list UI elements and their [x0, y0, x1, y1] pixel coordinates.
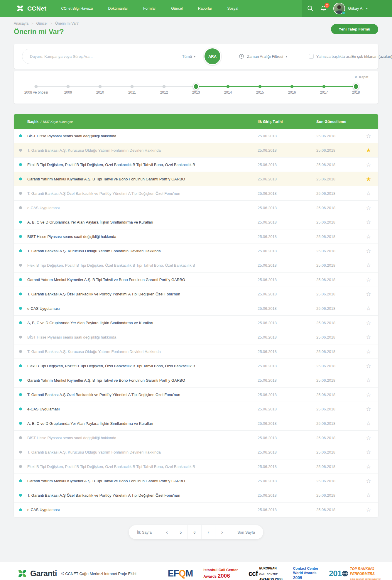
- timeline-dot-2018[interactable]: [353, 83, 359, 90]
- timeline-year-label-2012[interactable]: 2012: [160, 90, 168, 94]
- timeline-dot-2016[interactable]: [290, 85, 294, 88]
- nav-item-ccnet-bilgi-havuzu[interactable]: CCnet Bilgi Havuzu: [53, 6, 100, 11]
- timeline-dot-2009[interactable]: [67, 85, 70, 88]
- pagination-next-button[interactable]: ›: [215, 525, 229, 539]
- table-row[interactable]: A, B, C ve D Gruplarında Yer Alan Paylar…: [14, 416, 378, 431]
- favorite-star-icon[interactable]: ☆: [362, 320, 375, 326]
- breadcrumb-anasayfa[interactable]: Anasayfa: [14, 21, 28, 26]
- timeline-dot-2012[interactable]: [163, 85, 166, 88]
- favorite-star-icon[interactable]: ☆: [362, 133, 375, 139]
- table-row[interactable]: T. Garanti Bankası A.Ş. Kurucusu Olduğu …: [14, 143, 378, 158]
- timeline-year-label-2015[interactable]: 2015: [256, 90, 264, 94]
- table-row[interactable]: A, B, C ve D Gruplarında Yer Alan Paylar…: [14, 316, 378, 330]
- new-request-form-button[interactable]: Yeni Talep Formu: [331, 24, 378, 34]
- time-range-filter[interactable]: Zaman Aralığı Filtresi ▾: [239, 53, 287, 59]
- avatar[interactable]: [333, 3, 345, 14]
- favorite-star-icon[interactable]: ★: [362, 176, 375, 182]
- table-row[interactable]: e-CAS Uygulaması25.06.201825.06.2018☆: [14, 402, 378, 416]
- favorite-star-icon[interactable]: ☆: [362, 363, 375, 369]
- timeline-dot-2017[interactable]: [322, 85, 326, 88]
- timeline-year-label-2017[interactable]: 2017: [320, 90, 328, 94]
- table-row[interactable]: Garanti Yatırım Menkul Kıymetler A.Ş. B …: [14, 172, 378, 186]
- table-row[interactable]: A, B, C ve D Gruplarında Yer Alan Paylar…: [14, 215, 378, 229]
- timeline-year-label-2014[interactable]: 2014: [224, 90, 232, 94]
- favorite-star-icon[interactable]: ☆: [362, 493, 375, 498]
- timeline-dot-2014[interactable]: [227, 85, 230, 88]
- nav-item-formlar[interactable]: Formlar: [136, 6, 163, 11]
- favorite-star-icon[interactable]: ☆: [362, 219, 375, 225]
- favorite-star-icon[interactable]: ☆: [362, 507, 375, 513]
- nav-item-raporlar[interactable]: Raporlar: [190, 6, 220, 11]
- timeline-dot-2013[interactable]: [193, 83, 199, 90]
- favorite-star-icon[interactable]: ☆: [362, 277, 375, 283]
- favorite-star-icon[interactable]: ☆: [362, 349, 375, 354]
- favorite-star-icon[interactable]: ☆: [362, 449, 375, 455]
- favorite-star-icon[interactable]: ☆: [362, 478, 375, 484]
- nav-item-guncel[interactable]: Güncel: [163, 6, 190, 11]
- table-row[interactable]: T. Garanti Bankası A.Ş. Kurucusu Olduğu …: [14, 244, 378, 258]
- favorite-star-icon[interactable]: ☆: [362, 378, 375, 383]
- table-row[interactable]: e-CAS Uygulaması25.06.201825.06.2018☆: [14, 201, 378, 215]
- table-row[interactable]: Flexi B Tipi Değişken, Pozitif B Tipi De…: [14, 258, 378, 273]
- chevron-down-icon[interactable]: ▾: [366, 7, 368, 10]
- table-row[interactable]: Garanti Yatırım Menkul Kıymetler A.Ş. B …: [14, 474, 378, 488]
- search-icon[interactable]: [307, 5, 314, 12]
- table-row[interactable]: e-CAS Uygulaması25.06.201825.06.2018☆: [14, 301, 378, 316]
- pagination-page-6[interactable]: 6: [188, 525, 202, 539]
- table-row[interactable]: Garanti Yatırım Menkul Kıymetler A.Ş. B …: [14, 273, 378, 287]
- search-input[interactable]: [29, 54, 182, 59]
- pagination-first-button[interactable]: İlk Sayfa: [129, 525, 160, 539]
- nav-item-sosyal[interactable]: Sosyal: [220, 6, 246, 11]
- table-row[interactable]: BİST Hisse Piyasası seans saati değişikl…: [14, 431, 378, 445]
- favorite-star-icon[interactable]: ☆: [362, 263, 375, 268]
- timeline-year-label-2011[interactable]: 2011: [128, 90, 136, 94]
- table-row[interactable]: T. Garanti Bankası A.Ş. Kurucusu Olduğu …: [14, 445, 378, 459]
- pagination-page-7[interactable]: 7: [202, 525, 215, 539]
- search-scope-dropdown[interactable]: Tümü ▾: [182, 54, 195, 59]
- favorite-star-icon[interactable]: ☆: [362, 306, 375, 311]
- favorite-star-icon[interactable]: ☆: [362, 464, 375, 469]
- table-row[interactable]: T. Garanti Bankası A.Ş Özel Bankacılık v…: [14, 488, 378, 503]
- table-row[interactable]: Flexi B Tipi Değişken, Pozitif B Tipi De…: [14, 359, 378, 373]
- favorite-star-icon[interactable]: ☆: [362, 191, 375, 196]
- breadcrumb-guncel[interactable]: Güncel: [36, 21, 47, 26]
- favorite-star-icon[interactable]: ☆: [362, 392, 375, 398]
- timeline-dot-2011[interactable]: [131, 85, 134, 88]
- favorite-star-icon[interactable]: ★: [362, 148, 375, 153]
- table-row[interactable]: BİST Hisse Piyasası seans saati değişikl…: [14, 229, 378, 244]
- table-row[interactable]: Flexi B Tipi Değişken, Pozitif B Tipi De…: [14, 459, 378, 474]
- favorite-star-icon[interactable]: ☆: [362, 334, 375, 340]
- table-row[interactable]: T. Garanti Bankası A.Ş Özel Bankacılık v…: [14, 186, 378, 201]
- table-row[interactable]: T. Garanti Bankası A.Ş Özel Bankacılık v…: [14, 287, 378, 301]
- search-submit-button[interactable]: ARA: [204, 48, 221, 65]
- timeline-year-label-2013[interactable]: 2013: [192, 90, 200, 94]
- table-row[interactable]: Garanti Yatırım Menkul Kıymetler A.Ş. B …: [14, 373, 378, 388]
- timeline-year-label-2018[interactable]: 2018: [352, 90, 360, 94]
- timeline-year-label-2016[interactable]: 2016: [288, 90, 296, 94]
- nav-item-dokumanlar[interactable]: Dokümanlar: [101, 6, 136, 11]
- notifications-bell-icon[interactable]: 2: [320, 5, 327, 12]
- favorite-star-icon[interactable]: ☆: [362, 291, 375, 297]
- table-row[interactable]: BİST Hisse Piyasası seans saati değişikl…: [14, 129, 378, 143]
- timeline-close-button[interactable]: ✕ Kapat: [353, 75, 370, 80]
- user-name[interactable]: Gökay A.: [348, 6, 364, 11]
- timeline-year-label-2009[interactable]: 2009: [64, 90, 72, 94]
- timeline-year-label-2008-ve-ncesi[interactable]: 2008 ve öncesi: [24, 90, 48, 94]
- timeline-dot-2010[interactable]: [99, 85, 102, 88]
- table-row[interactable]: T. Garanti Bankası A.Ş. Kurucusu Olduğu …: [14, 344, 378, 359]
- breadcrumb-current[interactable]: Önerin mi Var?: [55, 21, 79, 26]
- favorite-star-icon[interactable]: ☆: [362, 421, 375, 426]
- favorite-star-icon[interactable]: ☆: [362, 406, 375, 412]
- favorite-star-icon[interactable]: ☆: [362, 162, 375, 168]
- favorite-star-icon[interactable]: ☆: [362, 234, 375, 239]
- brand-logo[interactable]: CCNet: [0, 4, 46, 12]
- pagination-last-button[interactable]: Son Sayfa: [229, 525, 263, 539]
- table-row[interactable]: e-CAS Uygulaması25.06.201825.06.2018☆: [14, 503, 378, 517]
- table-row[interactable]: T. Garanti Bankası A.Ş Özel Bankacılık v…: [14, 388, 378, 402]
- timeline-year-label-2010[interactable]: 2010: [96, 90, 104, 94]
- table-row[interactable]: Flexi B Tipi Değişken, Pozitif B Tipi De…: [14, 158, 378, 172]
- sort-dropdown[interactable]: En çok tıklanan (azalan) ▾: [352, 54, 392, 59]
- pagination-page-5[interactable]: 5: [174, 525, 188, 539]
- pagination-prev-button[interactable]: ‹: [160, 525, 174, 539]
- timeline-track[interactable]: 2008 ve öncesi20092010201120122013201420…: [36, 86, 356, 87]
